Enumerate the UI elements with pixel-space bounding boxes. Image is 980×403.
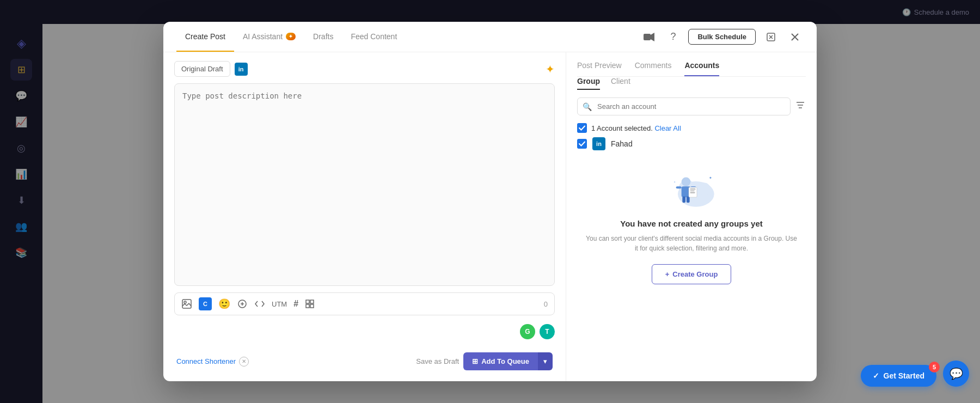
grid-icon[interactable] <box>305 299 315 309</box>
create-group-button[interactable]: + Create Group <box>652 264 732 284</box>
account-selected-text: 1 Account selected. Clear All <box>591 124 681 132</box>
original-draft-label: Original Draft <box>174 61 230 77</box>
tab-comments[interactable]: Comments <box>635 61 672 76</box>
close-icon <box>791 33 799 41</box>
avatar-teal: T <box>540 324 555 339</box>
image-toolbar-icon[interactable] <box>181 298 192 309</box>
chat-icon: 💬 <box>950 367 963 380</box>
media-upload-icon[interactable] <box>237 298 248 309</box>
sub-tab-client[interactable]: Client <box>611 77 630 90</box>
help-icon-btn[interactable]: ? <box>664 28 682 46</box>
svg-point-4 <box>184 301 186 303</box>
tab-create-post[interactable]: Create Post <box>176 22 234 52</box>
svg-point-15 <box>698 183 710 196</box>
post-description-input[interactable] <box>174 83 555 286</box>
svg-marker-1 <box>651 33 654 41</box>
video-icon-btn[interactable] <box>640 28 658 46</box>
clear-all-link[interactable]: Clear All <box>654 124 681 132</box>
char-count: 0 <box>544 300 548 308</box>
tab-accounts[interactable]: Accounts <box>684 61 719 76</box>
tab-post-preview[interactable]: Post Preview <box>577 61 622 76</box>
panel-tabs: Post Preview Comments Accounts <box>577 61 806 77</box>
linkedin-badge: in <box>235 63 248 76</box>
svg-point-16 <box>682 178 691 187</box>
modal-tabs: Create Post AI Assistant ✦ Drafts Feed C… <box>176 22 406 52</box>
svg-rect-6 <box>306 300 309 303</box>
connect-shortener[interactable]: Connect Shortener ✕ <box>176 357 249 367</box>
add-to-queue-button[interactable]: ⊞ Add To Queue <box>463 352 538 370</box>
svg-rect-7 <box>310 300 314 303</box>
bulk-schedule-button[interactable]: Bulk Schedule <box>688 29 756 45</box>
plus-icon: + <box>665 270 670 278</box>
save-as-draft-button[interactable]: Save as Draft <box>416 357 459 365</box>
fahad-account-name: Fahad <box>611 139 633 148</box>
code-icon[interactable] <box>254 300 265 308</box>
svg-rect-24 <box>690 191 695 192</box>
header-actions: ? Bulk Schedule <box>640 28 804 46</box>
group-empty-title: You have not created any groups yet <box>620 219 762 228</box>
chat-button[interactable]: 💬 <box>943 361 969 387</box>
svg-rect-8 <box>306 304 309 308</box>
shortener-x-icon[interactable]: ✕ <box>239 357 249 367</box>
search-wrap: 🔍 <box>577 97 791 115</box>
svg-rect-18 <box>676 186 682 188</box>
svg-rect-20 <box>682 197 685 203</box>
modal-body: Original Draft in ✦ C 🙂 <box>163 52 817 381</box>
toolbar: C 🙂 UTM # <box>174 292 555 315</box>
sub-tab-group[interactable]: Group <box>577 77 600 90</box>
check-icon: ✓ <box>873 371 879 380</box>
get-started-button[interactable]: ✓ Get Started 5 <box>861 365 936 387</box>
hashtag-icon[interactable]: # <box>293 299 298 309</box>
sub-tabs: Group Client <box>577 77 806 90</box>
notification-badge: 5 <box>929 362 940 373</box>
add-queue-group: ⊞ Add To Queue ▾ <box>463 352 553 370</box>
select-all-checkbox[interactable] <box>577 123 587 133</box>
left-panel: Original Draft in ✦ C 🙂 <box>163 52 566 381</box>
magic-icon[interactable]: ✦ <box>546 63 555 76</box>
svg-text:✦: ✦ <box>709 176 712 180</box>
modal-header: Create Post AI Assistant ✦ Drafts Feed C… <box>163 22 817 52</box>
avatar-green: G <box>520 324 535 339</box>
svg-rect-0 <box>644 34 651 40</box>
account-fahad-row: in Fahad <box>577 137 806 150</box>
c-icon-badge[interactable]: C <box>199 297 212 310</box>
ai-badge: ✦ <box>286 33 296 40</box>
group-illustration: ✦ ✦ <box>664 168 719 211</box>
svg-rect-25 <box>690 192 695 193</box>
help-icon: ? <box>670 31 676 42</box>
tab-ai-assistant[interactable]: AI Assistant ✦ <box>234 22 304 52</box>
draft-bar: Original Draft in ✦ <box>174 61 555 77</box>
svg-rect-21 <box>687 197 690 203</box>
tab-feed-content[interactable]: Feed Content <box>342 22 406 52</box>
tab-drafts[interactable]: Drafts <box>304 22 342 52</box>
modal-overlay: Create Post AI Assistant ✦ Drafts Feed C… <box>0 0 980 403</box>
emoji-icon[interactable]: 🙂 <box>218 298 230 310</box>
svg-text:✦: ✦ <box>673 180 676 184</box>
export-icon-btn[interactable] <box>762 28 780 46</box>
fahad-linkedin-badge: in <box>592 137 605 150</box>
export-icon <box>766 32 776 42</box>
svg-rect-23 <box>690 188 696 190</box>
search-account-input[interactable] <box>577 97 791 115</box>
filter-button[interactable] <box>795 100 806 113</box>
fahad-checkbox[interactable] <box>577 139 587 149</box>
group-empty-description: You can sort your client's different soc… <box>586 234 797 253</box>
queue-dropdown-button[interactable]: ▾ <box>538 352 553 370</box>
video-icon <box>644 33 654 41</box>
chevron-down-icon: ▾ <box>543 357 547 365</box>
create-post-modal: Create Post AI Assistant ✦ Drafts Feed C… <box>163 22 817 381</box>
add-icon: ⊞ <box>472 357 478 365</box>
search-row: 🔍 <box>577 97 806 115</box>
filter-icon <box>795 100 806 111</box>
utm-label[interactable]: UTM <box>272 300 287 308</box>
right-panel: Post Preview Comments Accounts Group <box>566 52 817 381</box>
group-empty-state: ✦ ✦ You have not created any groups yet … <box>577 157 806 373</box>
svg-rect-9 <box>310 304 314 308</box>
bottom-bar: Connect Shortener ✕ Save as Draft ⊞ Add … <box>174 346 555 373</box>
close-modal-button[interactable] <box>786 28 804 46</box>
account-selected-row: 1 Account selected. Clear All <box>577 123 806 133</box>
search-icon: 🔍 <box>583 102 592 111</box>
